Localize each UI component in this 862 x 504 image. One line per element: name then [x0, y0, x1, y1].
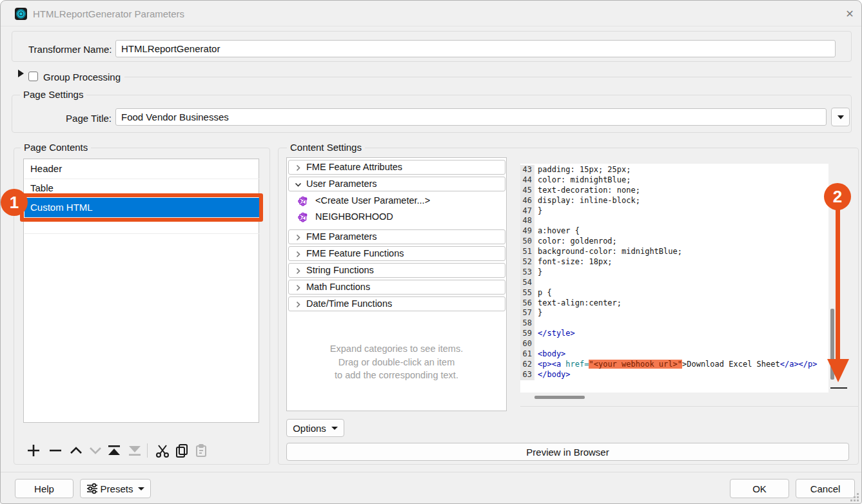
resize-grip-icon[interactable]: [850, 492, 859, 502]
line-number: 50: [520, 237, 534, 247]
ok-button[interactable]: OK: [730, 479, 789, 498]
window-title: HTMLReportGenerator Parameters: [33, 1, 184, 26]
cut-icon[interactable]: [154, 442, 171, 459]
tree-category-fme-feature-attributes[interactable]: FME Feature Attributes: [288, 160, 505, 175]
line-number: 51: [520, 247, 534, 257]
presets-button[interactable]: Presets: [80, 479, 151, 498]
presets-button-label: Presets: [101, 483, 133, 494]
toolbar-separator: [147, 443, 148, 458]
annotation-step2-arrow-shaft: [836, 208, 840, 359]
horizontal-scrollbar-thumb[interactable]: [534, 396, 585, 399]
tree-category-date-time-functions[interactable]: Date/Time Functions: [288, 296, 505, 311]
page-title-dropdown-button[interactable]: [831, 108, 850, 126]
options-button[interactable]: Options: [286, 419, 344, 437]
code-line-58[interactable]: 58: [520, 318, 828, 329]
line-number: 61: [520, 349, 534, 360]
chevron-right-icon: [295, 164, 302, 171]
code-line-46[interactable]: 46display: inline-block;: [520, 196, 828, 206]
code-line-57[interactable]: 57}: [520, 308, 828, 318]
code-line-47[interactable]: 47}: [520, 206, 828, 217]
sliders-icon: [86, 483, 98, 494]
copy-icon[interactable]: [173, 442, 190, 459]
annotation-step1-badge: 1: [1, 189, 28, 216]
group-processing-checkbox[interactable]: [28, 72, 38, 81]
code-line-52[interactable]: 52font-size: 18px;: [520, 257, 828, 267]
close-icon[interactable]: ✕: [841, 6, 859, 22]
group-processing-label: Group Processing: [43, 72, 121, 82]
line-number: 56: [520, 298, 534, 309]
line-number: 46: [520, 196, 534, 206]
cancel-button[interactable]: Cancel: [796, 479, 855, 498]
tree-category-math-functions[interactable]: Math Functions: [288, 280, 505, 295]
user-parameter-icon: [298, 211, 309, 222]
editor-resize-handle: [830, 387, 847, 389]
code-line-55[interactable]: 55p {: [520, 288, 828, 298]
code-line-44[interactable]: 44color: midnightBlue;: [520, 175, 828, 186]
code-line-56[interactable]: 56text-align:center;: [520, 298, 828, 309]
editor-bottom-divider: [520, 406, 859, 407]
page-title-input[interactable]: [115, 108, 827, 126]
line-number: 55: [520, 288, 534, 298]
custom-html-code-editor[interactable]: 43padding: 15px; 25px;44color: midnightB…: [520, 164, 828, 393]
content-settings-group-label: Content Settings: [287, 142, 365, 153]
chevron-right-icon: [295, 267, 302, 275]
code-line-50[interactable]: 50color: goldenrod;: [520, 237, 828, 247]
chevron-down-icon: [838, 115, 844, 119]
title-bar: HTMLReportGenerator Parameters ✕: [1, 1, 862, 26]
move-down-icon: [87, 442, 104, 459]
group-processing-expander-icon[interactable]: [18, 70, 24, 77]
move-to-top-icon[interactable]: [106, 442, 122, 459]
remove-icon[interactable]: [47, 442, 64, 459]
line-number: 45: [520, 186, 534, 196]
code-line-51[interactable]: 51background-color: midnightBlue;: [520, 247, 828, 257]
annotation-step2-badge: 2: [824, 183, 851, 210]
add-icon[interactable]: [25, 442, 42, 459]
code-line-60[interactable]: 60: [520, 339, 828, 349]
line-number: 60: [520, 339, 534, 349]
tree-category-fme-parameters[interactable]: FME Parameters: [288, 229, 505, 244]
line-number: 63: [520, 370, 534, 380]
line-number: 58: [520, 318, 534, 329]
chevron-down-icon: [138, 487, 144, 490]
page-title-label: Page Title:: [61, 113, 112, 124]
code-line-59[interactable]: 59</style>: [520, 329, 828, 339]
code-line-62[interactable]: 62<p><a href="<your webhook url>">Downlo…: [520, 360, 828, 370]
line-number: 44: [520, 175, 534, 186]
transformer-name-label: Transformer Name:: [28, 44, 112, 55]
preview-in-browser-button[interactable]: Preview in Browser: [286, 443, 849, 461]
tree-category-fme-feature-functions[interactable]: FME Feature Functions: [288, 246, 505, 261]
page-settings-group-label: Page Settings: [20, 89, 86, 100]
line-number: 48: [520, 216, 534, 226]
code-line-53[interactable]: 53}: [520, 267, 828, 278]
list-item-header[interactable]: Header: [24, 159, 259, 179]
line-number: 43: [520, 165, 534, 175]
transformer-name-input[interactable]: [115, 40, 836, 57]
tree-item-neighborhood[interactable]: NEIGHBORHOOD: [287, 209, 504, 224]
line-number: 47: [520, 206, 534, 217]
chevron-right-icon: [295, 301, 302, 308]
chevron-right-icon: [295, 234, 302, 241]
help-button[interactable]: Help: [15, 479, 73, 498]
tree-item-create-user-parameter[interactable]: <Create User Parameter...>: [287, 193, 504, 208]
code-line-43[interactable]: 43padding: 15px; 25px;: [520, 165, 828, 175]
code-line-54[interactable]: 54: [520, 278, 828, 288]
tree-hint-text: Expand categories to see items.Drag or d…: [287, 342, 506, 382]
chevron-right-icon: [295, 284, 302, 291]
annotation-step2-arrowhead-icon: [827, 359, 849, 382]
line-number: 53: [520, 267, 534, 278]
annotation-step1-box: [20, 193, 263, 222]
code-line-63[interactable]: 63</body>: [520, 370, 828, 380]
content-settings-tree: Expand categories to see items.Drag or d…: [286, 157, 507, 411]
tree-category-string-functions[interactable]: String Functions: [288, 263, 505, 278]
footer-divider: [1, 472, 862, 472]
line-number: 59: [520, 329, 534, 339]
user-parameter-icon: [298, 195, 309, 206]
line-number: 62: [520, 360, 534, 370]
code-line-49[interactable]: 49a:hover {: [520, 226, 828, 237]
tree-category-user-parameters[interactable]: User Parameters: [288, 177, 505, 191]
code-line-48[interactable]: 48: [520, 216, 828, 226]
move-up-icon[interactable]: [68, 442, 84, 459]
code-line-61[interactable]: 61<body>: [520, 349, 828, 360]
code-line-45[interactable]: 45text-decoration: none;: [520, 186, 828, 196]
list-divider: [24, 233, 259, 234]
